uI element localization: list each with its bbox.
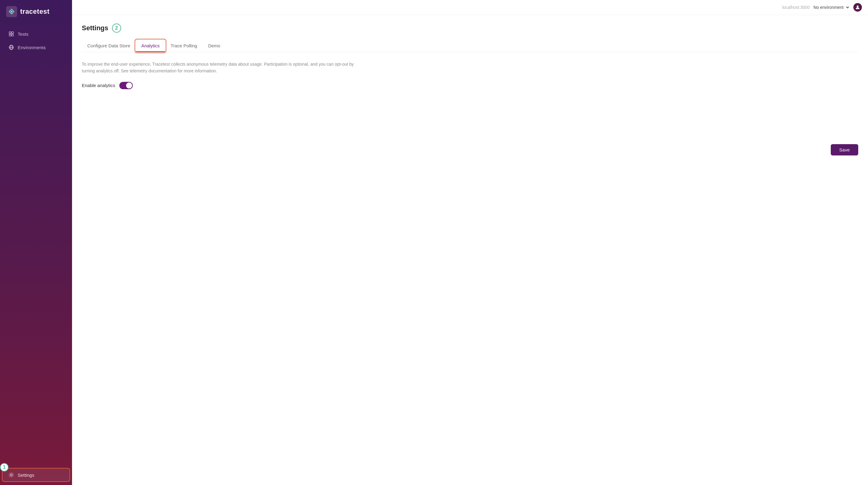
logo-text: tracetest [20,8,50,16]
step-badge-1: 1 [0,463,8,472]
logo-icon [6,6,17,17]
globe-icon [8,45,14,50]
tab-demo[interactable]: Demo [203,40,226,52]
toggle-knob [126,82,132,89]
sidebar-item-settings-label: Settings [18,473,34,478]
avatar[interactable] [854,3,862,11]
tab-trace-polling[interactable]: Trace Polling [165,40,203,52]
user-icon [855,5,860,10]
settings-tabs: Configure Data Store Analytics Trace Pol… [82,40,858,52]
sidebar-item-tests-label: Tests [18,31,28,37]
sidebar: tracetest Tests Environments 1 [0,0,72,485]
enable-analytics-toggle[interactable] [119,82,133,89]
sidebar-item-tests[interactable]: Tests [2,27,70,40]
gear-icon [8,472,14,478]
logo[interactable]: tracetest [0,0,72,24]
environment-selector[interactable]: No environment [813,5,850,10]
page-title: Settings [82,24,108,32]
save-btn-row: Save [82,144,858,155]
tab-analytics[interactable]: Analytics [136,40,165,52]
main-content: localhost:3000 No environment Settings 2… [72,0,868,485]
chevron-down-icon [845,5,850,9]
sidebar-item-environments-label: Environments [18,45,46,50]
sidebar-bottom: 1 Settings [0,465,72,485]
svg-rect-2 [11,32,13,34]
tab-configure-data-store[interactable]: Configure Data Store [82,40,136,52]
sidebar-item-environments[interactable]: Environments [2,41,70,54]
save-button[interactable]: Save [831,144,858,155]
header: localhost:3000 No environment [72,0,868,15]
svg-rect-3 [9,34,11,36]
toggle-row: Enable analytics [82,82,858,89]
page-title-row: Settings 2 [82,24,858,33]
sidebar-item-settings[interactable]: 1 Settings [2,468,70,481]
grid-icon [8,31,14,37]
analytics-content: To improve the end-user experience, Trac… [82,61,858,89]
tab-analytics-wrapper: Analytics [136,40,165,52]
svg-point-8 [10,474,12,476]
sidebar-nav: Tests Environments [0,24,72,465]
svg-point-9 [857,5,859,7]
svg-rect-1 [9,32,11,34]
toggle-label: Enable analytics [82,83,115,88]
analytics-description: To improve the end-user experience, Trac… [82,61,356,75]
step-badge-2: 2 [112,24,121,33]
host-label: localhost:3000 [782,5,810,10]
svg-rect-4 [11,34,13,36]
page-content: Settings 2 Configure Data Store Analytic… [72,15,868,485]
environment-label: No environment [813,5,844,10]
